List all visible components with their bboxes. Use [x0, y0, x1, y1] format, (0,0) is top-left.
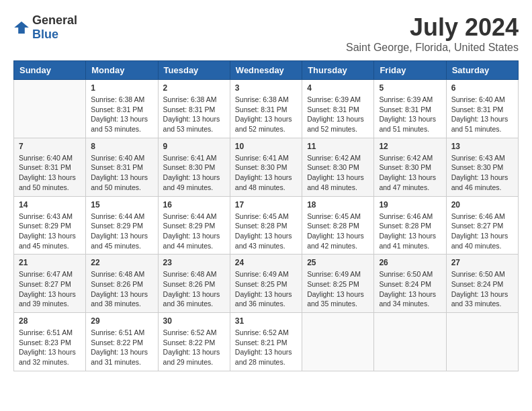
calendar-cell: 19Sunrise: 6:46 AMSunset: 8:28 PMDayligh… [374, 196, 446, 255]
calendar-cell: 18Sunrise: 6:45 AMSunset: 8:28 PMDayligh… [302, 196, 374, 255]
day-info: Sunrise: 6:39 AMSunset: 8:31 PMDaylight:… [307, 95, 369, 134]
header: General Blue July 2024 Saint George, Flo… [13, 13, 519, 54]
day-number: 15 [91, 200, 152, 210]
week-row-2: 7Sunrise: 6:40 AMSunset: 8:31 PMDaylight… [14, 138, 519, 196]
calendar-cell [446, 313, 518, 371]
day-info: Sunrise: 6:38 AMSunset: 8:31 PMDaylight:… [235, 95, 297, 134]
location-title: Saint George, Florida, United States [346, 42, 519, 54]
calendar-cell: 26Sunrise: 6:50 AMSunset: 8:24 PMDayligh… [374, 255, 446, 313]
calendar-cell: 24Sunrise: 6:49 AMSunset: 8:25 PMDayligh… [230, 255, 302, 313]
day-number: 1 [91, 83, 152, 93]
week-row-1: 1Sunrise: 6:38 AMSunset: 8:31 PMDaylight… [14, 80, 519, 138]
day-info: Sunrise: 6:43 AMSunset: 8:29 PMDaylight:… [19, 212, 81, 251]
day-info: Sunrise: 6:44 AMSunset: 8:29 PMDaylight:… [91, 212, 152, 251]
day-number: 30 [163, 316, 225, 326]
day-info: Sunrise: 6:52 AMSunset: 8:22 PMDaylight:… [163, 328, 225, 367]
column-header-sunday: Sunday [14, 61, 86, 80]
day-info: Sunrise: 6:42 AMSunset: 8:30 PMDaylight:… [379, 153, 441, 193]
day-number: 10 [235, 142, 297, 151]
column-header-thursday: Thursday [302, 61, 374, 80]
calendar-cell: 12Sunrise: 6:42 AMSunset: 8:30 PMDayligh… [374, 138, 446, 196]
day-number: 26 [379, 258, 441, 267]
calendar-cell [14, 80, 86, 138]
day-info: Sunrise: 6:40 AMSunset: 8:31 PMDaylight:… [19, 153, 81, 193]
calendar-cell: 20Sunrise: 6:46 AMSunset: 8:27 PMDayligh… [446, 196, 518, 255]
day-number: 14 [19, 200, 81, 210]
day-info: Sunrise: 6:45 AMSunset: 8:28 PMDaylight:… [235, 212, 297, 251]
day-number: 9 [163, 142, 225, 151]
day-info: Sunrise: 6:46 AMSunset: 8:27 PMDaylight:… [451, 212, 513, 251]
day-number: 25 [307, 258, 369, 267]
calendar-cell: 16Sunrise: 6:44 AMSunset: 8:29 PMDayligh… [158, 196, 230, 255]
day-number: 28 [19, 316, 81, 326]
column-header-monday: Monday [86, 61, 158, 80]
day-number: 11 [307, 142, 369, 151]
day-number: 21 [19, 258, 81, 267]
column-header-wednesday: Wednesday [230, 61, 302, 80]
svg-marker-0 [14, 21, 29, 34]
day-number: 31 [235, 316, 297, 326]
calendar-cell: 7Sunrise: 6:40 AMSunset: 8:31 PMDaylight… [14, 138, 86, 196]
column-header-saturday: Saturday [446, 61, 518, 80]
calendar-cell: 27Sunrise: 6:50 AMSunset: 8:24 PMDayligh… [446, 255, 518, 313]
day-number: 17 [235, 200, 297, 210]
day-info: Sunrise: 6:50 AMSunset: 8:24 PMDaylight:… [379, 269, 441, 309]
calendar-cell: 28Sunrise: 6:51 AMSunset: 8:23 PMDayligh… [14, 313, 86, 371]
month-title: July 2024 [346, 13, 519, 42]
day-info: Sunrise: 6:48 AMSunset: 8:26 PMDaylight:… [91, 269, 152, 309]
calendar-cell: 10Sunrise: 6:41 AMSunset: 8:30 PMDayligh… [230, 138, 302, 196]
day-info: Sunrise: 6:46 AMSunset: 8:28 PMDaylight:… [379, 212, 441, 251]
calendar-cell: 2Sunrise: 6:38 AMSunset: 8:31 PMDaylight… [158, 80, 230, 138]
day-info: Sunrise: 6:47 AMSunset: 8:27 PMDaylight:… [19, 269, 81, 309]
day-info: Sunrise: 6:49 AMSunset: 8:25 PMDaylight:… [307, 269, 369, 309]
day-number: 7 [19, 142, 81, 151]
calendar-cell: 6Sunrise: 6:40 AMSunset: 8:31 PMDaylight… [446, 80, 518, 138]
calendar-cell: 31Sunrise: 6:52 AMSunset: 8:21 PMDayligh… [230, 313, 302, 371]
calendar-cell: 8Sunrise: 6:40 AMSunset: 8:31 PMDaylight… [86, 138, 158, 196]
logo-icon [13, 19, 30, 36]
day-info: Sunrise: 6:48 AMSunset: 8:26 PMDaylight:… [163, 269, 225, 309]
calendar-cell: 29Sunrise: 6:51 AMSunset: 8:22 PMDayligh… [86, 313, 158, 371]
day-info: Sunrise: 6:41 AMSunset: 8:30 PMDaylight:… [163, 153, 225, 193]
calendar-cell: 15Sunrise: 6:44 AMSunset: 8:29 PMDayligh… [86, 196, 158, 255]
logo-general: General [32, 13, 77, 27]
day-number: 24 [235, 258, 297, 267]
day-info: Sunrise: 6:44 AMSunset: 8:29 PMDaylight:… [163, 212, 225, 251]
calendar: SundayMondayTuesdayWednesdayThursdayFrid… [13, 60, 519, 371]
calendar-cell [302, 313, 374, 371]
calendar-cell: 22Sunrise: 6:48 AMSunset: 8:26 PMDayligh… [86, 255, 158, 313]
day-info: Sunrise: 6:41 AMSunset: 8:30 PMDaylight:… [235, 153, 297, 193]
day-number: 3 [235, 83, 297, 93]
day-number: 5 [379, 83, 441, 93]
day-info: Sunrise: 6:50 AMSunset: 8:24 PMDaylight:… [451, 269, 513, 309]
logo: General Blue [13, 13, 77, 42]
column-header-friday: Friday [374, 61, 446, 80]
calendar-cell: 23Sunrise: 6:48 AMSunset: 8:26 PMDayligh… [158, 255, 230, 313]
calendar-cell: 14Sunrise: 6:43 AMSunset: 8:29 PMDayligh… [14, 196, 86, 255]
calendar-header-row: SundayMondayTuesdayWednesdayThursdayFrid… [14, 61, 519, 80]
week-row-4: 21Sunrise: 6:47 AMSunset: 8:27 PMDayligh… [14, 255, 519, 313]
calendar-cell: 5Sunrise: 6:39 AMSunset: 8:31 PMDaylight… [374, 80, 446, 138]
calendar-cell [374, 313, 446, 371]
day-number: 2 [163, 83, 225, 93]
day-info: Sunrise: 6:45 AMSunset: 8:28 PMDaylight:… [307, 212, 369, 251]
day-number: 19 [379, 200, 441, 210]
week-row-5: 28Sunrise: 6:51 AMSunset: 8:23 PMDayligh… [14, 313, 519, 371]
logo-blue: Blue [32, 28, 58, 41]
calendar-cell: 13Sunrise: 6:43 AMSunset: 8:30 PMDayligh… [446, 138, 518, 196]
title-area: July 2024 Saint George, Florida, United … [346, 13, 519, 54]
day-info: Sunrise: 6:40 AMSunset: 8:31 PMDaylight:… [451, 95, 513, 134]
calendar-cell: 11Sunrise: 6:42 AMSunset: 8:30 PMDayligh… [302, 138, 374, 196]
day-info: Sunrise: 6:40 AMSunset: 8:31 PMDaylight:… [91, 153, 152, 193]
day-info: Sunrise: 6:38 AMSunset: 8:31 PMDaylight:… [91, 95, 152, 134]
calendar-cell: 30Sunrise: 6:52 AMSunset: 8:22 PMDayligh… [158, 313, 230, 371]
calendar-cell: 1Sunrise: 6:38 AMSunset: 8:31 PMDaylight… [86, 80, 158, 138]
day-info: Sunrise: 6:43 AMSunset: 8:30 PMDaylight:… [451, 153, 513, 193]
day-number: 23 [163, 258, 225, 267]
day-number: 12 [379, 142, 441, 151]
day-info: Sunrise: 6:42 AMSunset: 8:30 PMDaylight:… [307, 153, 369, 193]
day-number: 4 [307, 83, 369, 93]
day-number: 13 [451, 142, 513, 151]
day-number: 18 [307, 200, 369, 210]
day-number: 16 [163, 200, 225, 210]
